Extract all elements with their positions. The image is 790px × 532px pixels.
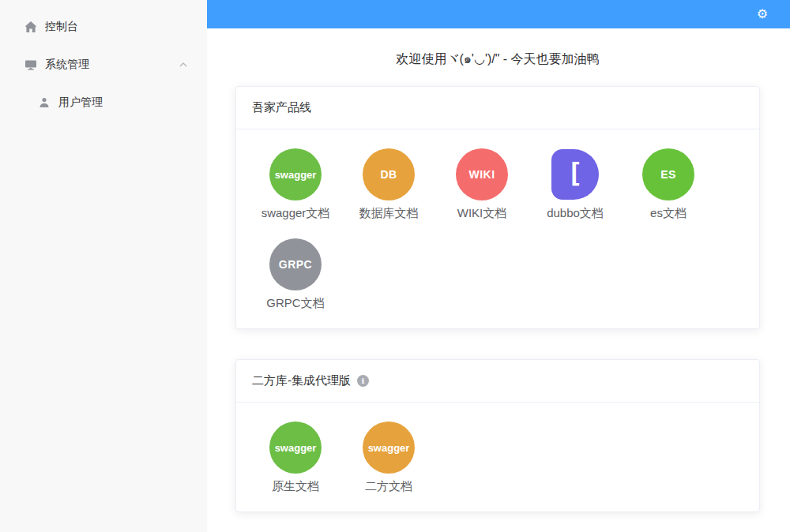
product-badge-icon[interactable]: swagger (269, 421, 322, 474)
product-label: es文档 (650, 206, 687, 221)
product-badge-icon[interactable]: ES (642, 148, 694, 200)
product-item[interactable]: swagger 二方文档 (345, 421, 432, 494)
sidebar: 控制台 系统管理 用户管理 (0, 0, 207, 532)
product-item[interactable]: swagger swagger文档 (252, 148, 339, 221)
card-second-party-lib: 二方库-集成代理版 i swagger 原生文档 swagger 二方文档 (235, 359, 760, 512)
product-item[interactable]: GRPC GRPC文档 (252, 238, 339, 311)
product-badge-icon[interactable]: GRPC (269, 238, 322, 290)
sidebar-item-label: 用户管理 (58, 96, 103, 110)
product-badge-icon[interactable]: [ (551, 149, 599, 200)
sidebar-item-console[interactable]: 控制台 (0, 8, 207, 46)
product-label: 数据库文档 (359, 206, 419, 221)
card-body: swagger 原生文档 swagger 二方文档 (236, 403, 759, 511)
sidebar-item-user-management[interactable]: 用户管理 (0, 84, 207, 122)
main-area: ⚙ 欢迎使用ヾ(๑'◡')/" - 今天也要加油鸭 吾家产品线 swagger … (207, 0, 790, 532)
welcome-message: 欢迎使用ヾ(๑'◡')/" - 今天也要加油鸭 (235, 49, 760, 69)
card-title: 二方库-集成代理版 (252, 373, 351, 388)
app-window: 控制台 系统管理 用户管理 ⚙ 欢迎使用ヾ(๑'◡')/" (0, 0, 790, 532)
card-title: 吾家产品线 (252, 100, 311, 115)
info-icon[interactable]: i (357, 375, 369, 387)
product-item[interactable]: [ dubbo文档 (532, 148, 619, 221)
card-product-line: 吾家产品线 swagger swagger文档 DB 数据库文档 WIKI WI… (235, 86, 760, 329)
sidebar-item-label: 控制台 (45, 20, 78, 34)
card-header: 吾家产品线 (236, 87, 759, 129)
product-badge-icon[interactable]: swagger (269, 148, 322, 200)
product-label: 二方文档 (365, 479, 412, 494)
product-item[interactable]: DB 数据库文档 (345, 148, 432, 221)
sidebar-item-label: 系统管理 (45, 58, 89, 72)
user-icon (38, 96, 51, 109)
product-badge-icon[interactable]: swagger (363, 421, 415, 474)
monitor-icon (24, 58, 37, 71)
product-badge-icon[interactable]: WIKI (456, 148, 508, 200)
product-item[interactable]: swagger 原生文档 (252, 421, 339, 494)
product-item[interactable]: ES es文档 (625, 148, 712, 221)
card-body: swagger swagger文档 DB 数据库文档 WIKI WIKI文档 [… (236, 129, 759, 328)
sidebar-item-system-management[interactable]: 系统管理 (0, 46, 207, 84)
chevron-up-icon (179, 60, 188, 69)
settings-gear-icon[interactable]: ⚙ (757, 8, 768, 21)
product-label: WIKI文档 (457, 206, 507, 221)
home-icon (24, 21, 37, 33)
product-label: GRPC文档 (266, 296, 324, 311)
product-item[interactable]: WIKI WIKI文档 (438, 148, 525, 221)
product-label: dubbo文档 (547, 206, 604, 221)
card-header: 二方库-集成代理版 i (236, 360, 759, 403)
product-label: 原生文档 (272, 479, 319, 494)
product-badge-icon[interactable]: DB (363, 148, 415, 200)
product-label: swagger文档 (261, 206, 330, 221)
top-header: ⚙ (207, 0, 790, 28)
content-area: 欢迎使用ヾ(๑'◡')/" - 今天也要加油鸭 吾家产品线 swagger sw… (207, 28, 790, 532)
